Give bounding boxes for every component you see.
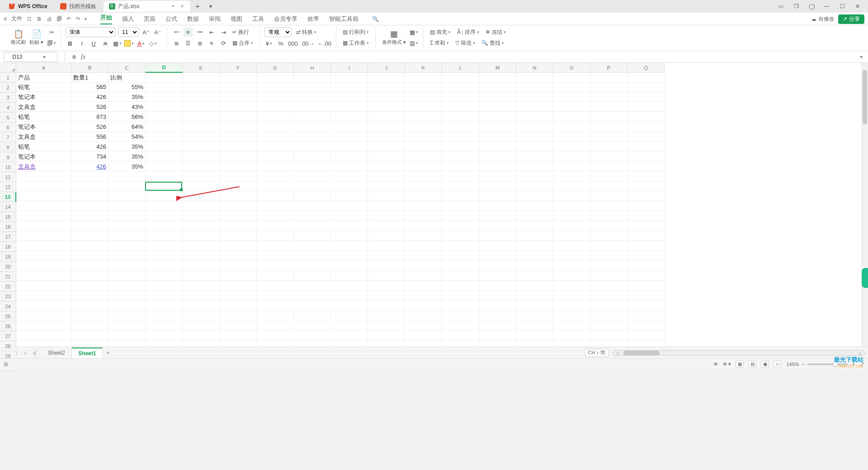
cell-O23[interactable]: [553, 291, 590, 301]
decrease-indent-icon[interactable]: ⇤: [207, 28, 216, 37]
cell-G21[interactable]: [257, 272, 294, 281]
cell-N3[interactable]: [516, 93, 553, 102]
cell-Q18[interactable]: [627, 242, 665, 251]
cell-E10[interactable]: [183, 162, 220, 171]
cell-E25[interactable]: [183, 311, 220, 320]
cell-H27[interactable]: [294, 331, 331, 340]
row-header-27[interactable]: 27: [0, 331, 16, 341]
cell-A4[interactable]: 文具盒: [16, 103, 71, 112]
tab-data[interactable]: 数据: [187, 15, 199, 23]
cell-Q7[interactable]: [627, 132, 665, 141]
cell-J5[interactable]: [368, 113, 405, 122]
cell-Q22[interactable]: [627, 282, 665, 291]
row-header-11[interactable]: 11: [0, 172, 16, 182]
cell-O20[interactable]: [553, 262, 590, 271]
fx-icon[interactable]: fx: [81, 53, 85, 61]
cell-F17[interactable]: [220, 232, 257, 241]
cell-Q6[interactable]: [627, 122, 665, 132]
cell-I16[interactable]: [331, 222, 368, 231]
cell-I7[interactable]: [331, 132, 368, 141]
cell-L15[interactable]: [442, 212, 479, 221]
cell-L26[interactable]: [442, 321, 479, 330]
cell-E16[interactable]: [183, 222, 220, 231]
cell-O11[interactable]: [553, 172, 590, 181]
cell-G20[interactable]: [257, 262, 294, 271]
cell-A19[interactable]: [16, 252, 71, 261]
underline-icon[interactable]: U: [89, 39, 98, 48]
cell-C24[interactable]: [108, 301, 146, 310]
cell-Q21[interactable]: [627, 272, 665, 281]
cell-H17[interactable]: [294, 232, 331, 241]
cell-P18[interactable]: [590, 242, 627, 251]
cell-B6[interactable]: 526: [71, 122, 108, 132]
cell-I13[interactable]: [331, 192, 368, 201]
cell-Q14[interactable]: [627, 202, 665, 211]
cell-J3[interactable]: [368, 93, 405, 102]
cell-B28[interactable]: [71, 341, 108, 350]
cell-C21[interactable]: [108, 272, 146, 281]
zoom-in-icon[interactable]: ＋: [851, 361, 856, 367]
cell-L21[interactable]: [442, 272, 479, 281]
clear-format-icon[interactable]: ◇: [148, 39, 157, 48]
cell-A7[interactable]: 文具盒: [16, 132, 71, 141]
cell-P24[interactable]: [590, 301, 627, 310]
hscroll-left-icon[interactable]: ‹: [614, 350, 621, 357]
cell-A20[interactable]: [16, 262, 71, 271]
cell-I27[interactable]: [331, 331, 368, 340]
zoom-out-icon[interactable]: −: [802, 362, 805, 367]
cell-D26[interactable]: [146, 321, 183, 330]
cell-N12[interactable]: [516, 182, 553, 191]
cell-I26[interactable]: [331, 321, 368, 330]
cell-C22[interactable]: [108, 282, 146, 291]
cell-O13[interactable]: [553, 192, 590, 201]
row-header-12[interactable]: 12: [0, 182, 16, 192]
table-style-icon[interactable]: ▥: [410, 38, 419, 47]
cell-O16[interactable]: [553, 222, 590, 231]
cell-N9[interactable]: [516, 152, 553, 161]
cell-I1[interactable]: [331, 73, 368, 83]
sum-button[interactable]: Σ 求和 ▾: [428, 38, 451, 47]
cell-L8[interactable]: [442, 142, 479, 151]
cell-K12[interactable]: [405, 182, 442, 191]
cell-F22[interactable]: [220, 282, 257, 291]
percent-icon[interactable]: %: [276, 39, 285, 48]
column-header-A[interactable]: A: [16, 63, 71, 73]
cell-A2[interactable]: 铅笔: [16, 83, 71, 92]
cell-H15[interactable]: [294, 212, 331, 221]
cell-O5[interactable]: [553, 113, 590, 122]
cell-B12[interactable]: [71, 182, 108, 191]
cell-L16[interactable]: [442, 222, 479, 231]
cell-I4[interactable]: [331, 103, 368, 112]
cell-C5[interactable]: 56%: [108, 113, 146, 122]
row-header-3[interactable]: 3: [0, 93, 16, 103]
font-color-icon[interactable]: A: [137, 39, 146, 48]
cell-K15[interactable]: [405, 212, 442, 221]
cell-H19[interactable]: [294, 252, 331, 261]
cell-P25[interactable]: [590, 311, 627, 320]
cell-J22[interactable]: [368, 282, 405, 291]
cell-M26[interactable]: [479, 321, 516, 330]
cell-N18[interactable]: [516, 242, 553, 251]
cell-J8[interactable]: [368, 142, 405, 151]
cell-E12[interactable]: [183, 182, 220, 191]
export-icon[interactable]: 🗎: [37, 16, 42, 22]
cell-E18[interactable]: [183, 242, 220, 251]
cell-P2[interactable]: [590, 83, 627, 92]
cell-C4[interactable]: 43%: [108, 103, 146, 112]
cell-D12[interactable]: [146, 182, 183, 191]
cell-M16[interactable]: [479, 222, 516, 231]
cell-D4[interactable]: [146, 103, 183, 112]
cell-K22[interactable]: [405, 282, 442, 291]
cell-N25[interactable]: [516, 311, 553, 320]
cell-L13[interactable]: [442, 192, 479, 201]
cell-D20[interactable]: [146, 262, 183, 271]
formula-bar-expand-icon[interactable]: ▾: [857, 54, 865, 60]
sort-button[interactable]: Å↓ 排序 ▾: [455, 28, 481, 37]
cell-A23[interactable]: [16, 291, 71, 301]
cell-F25[interactable]: [220, 311, 257, 320]
cell-I12[interactable]: [331, 182, 368, 191]
cell-C18[interactable]: [108, 242, 146, 251]
cell-I28[interactable]: [331, 341, 368, 350]
cell-J12[interactable]: [368, 182, 405, 191]
cell-K24[interactable]: [405, 301, 442, 310]
